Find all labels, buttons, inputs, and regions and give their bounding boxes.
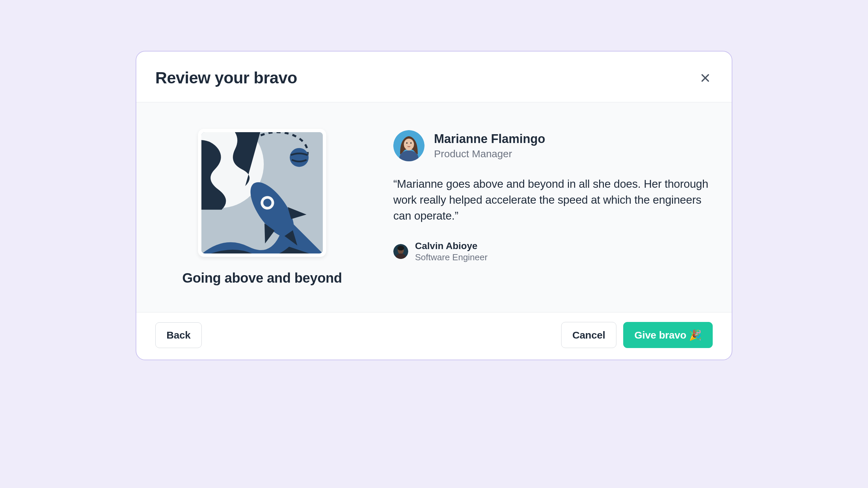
sender-info: Calvin Abioye Software Engineer <box>415 240 488 263</box>
svg-point-16 <box>397 246 404 250</box>
recipient-name: Marianne Flamingo <box>434 131 545 146</box>
badge-section: Going above and beyond <box>155 129 369 286</box>
modal-footer: Back Cancel Give bravo 🎉 <box>136 312 732 360</box>
celebration-icon: 🎉 <box>689 329 702 341</box>
give-bravo-label: Give bravo <box>634 329 686 341</box>
sender-name: Calvin Abioye <box>415 240 488 252</box>
svg-point-12 <box>406 142 408 144</box>
footer-right: Cancel Give bravo 🎉 <box>561 322 713 348</box>
give-bravo-button[interactable]: Give bravo 🎉 <box>623 322 713 348</box>
back-button[interactable]: Back <box>155 322 202 348</box>
close-icon <box>700 73 711 83</box>
svg-point-11 <box>404 139 414 150</box>
review-bravo-modal: Review your bravo <box>136 51 732 360</box>
recipient-avatar <box>393 130 425 161</box>
content-section: Marianne Flamingo Product Manager “Maria… <box>393 129 713 286</box>
cancel-button[interactable]: Cancel <box>561 322 616 348</box>
svg-point-18 <box>399 250 400 250</box>
badge-card <box>198 129 326 257</box>
sender-avatar <box>393 244 408 259</box>
modal-header: Review your bravo <box>136 52 732 102</box>
recipient-title: Product Manager <box>434 148 545 160</box>
sender-title: Software Engineer <box>415 252 488 263</box>
svg-point-13 <box>410 142 412 144</box>
recipient-info: Marianne Flamingo Product Manager <box>434 131 545 160</box>
close-button[interactable] <box>698 70 713 85</box>
svg-point-4 <box>290 148 309 167</box>
bravo-quote: “Marianne goes above and beyond in all s… <box>393 176 713 224</box>
rocket-badge-illustration <box>201 132 323 253</box>
recipient-row: Marianne Flamingo Product Manager <box>393 130 713 161</box>
sender-row: Calvin Abioye Software Engineer <box>393 240 713 263</box>
modal-body: Going above and beyond Marianne Flamingo… <box>136 102 732 312</box>
modal-title: Review your bravo <box>155 68 297 87</box>
svg-point-19 <box>401 250 402 250</box>
badge-title: Going above and beyond <box>182 270 342 286</box>
